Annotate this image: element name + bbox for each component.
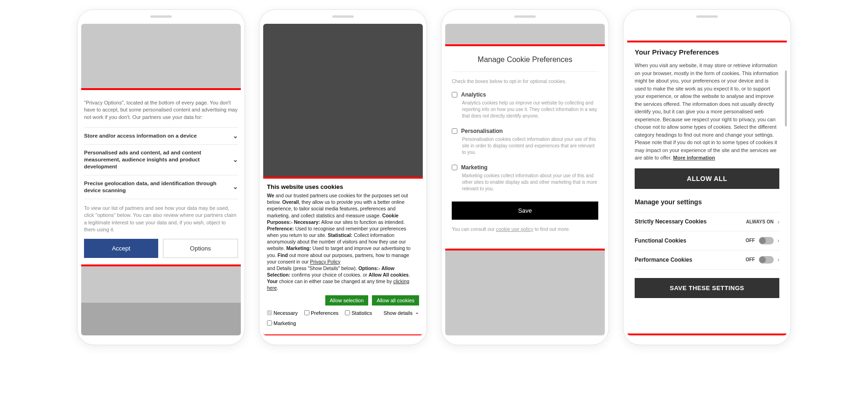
setting-state: ALWAYS ON [746, 219, 774, 224]
privacy-modal: Your Privacy Preferences When you visit … [627, 41, 787, 335]
more-info-link[interactable]: More information [673, 155, 715, 160]
screen-3: Manage Cookie Preferences Check the boxe… [445, 24, 605, 335]
modal-body: We and our trusted partners use cookies … [267, 192, 419, 292]
cookie-modal: This website uses cookies We and our tru… [263, 177, 423, 335]
intro-text: Check the boxes below to opt-in for opti… [452, 72, 598, 91]
phone-frame-2: This website uses cookies We and our tru… [259, 9, 427, 345]
speaker [696, 15, 718, 18]
accept-button[interactable]: Accept [84, 239, 158, 258]
row-label: Precise geolocation data, and identifica… [84, 180, 233, 194]
personalisation-label: Personalisation [461, 128, 503, 134]
setting-state: OFF [746, 238, 755, 243]
row-label: Store and/or access information on a dev… [84, 132, 233, 139]
bottom-bar [81, 303, 241, 335]
phone-frame-3: Manage Cookie Preferences Check the boxe… [441, 9, 609, 345]
save-button[interactable]: Save [452, 202, 598, 220]
chevron-down-icon: ⌄ [233, 156, 238, 163]
analytics-checkbox[interactable] [452, 92, 457, 97]
modal-title: Manage Cookie Preferences [452, 54, 598, 72]
expand-row[interactable]: Store and/or access information on a dev… [84, 128, 238, 145]
phone-frame-1: "Privacy Options", located at the bottom… [77, 9, 245, 345]
setting-row-functional[interactable]: Functional Cookies OFF › [635, 231, 779, 250]
analytics-desc: Analytics cookies help us improve our we… [452, 100, 598, 119]
footer-text: To view our list of partners and see how… [84, 199, 238, 239]
show-details-toggle[interactable]: Show details [384, 310, 419, 316]
screen-4: Your Privacy Preferences When you visit … [627, 24, 787, 335]
modal-title: Your Privacy Preferences [635, 48, 779, 56]
analytics-label: Analytics [461, 91, 486, 98]
cookie-modal: Manage Cookie Preferences Check the boxe… [445, 44, 605, 250]
chevron-right-icon: › [777, 256, 779, 263]
scrollbar[interactable] [785, 70, 787, 126]
chevron-down-icon: ⌄ [233, 132, 238, 139]
chevron-right-icon: › [777, 218, 779, 225]
speaker [332, 15, 354, 18]
save-settings-button[interactable]: SAVE THESE SETTINGS [635, 278, 779, 298]
setting-label: Performance Cookies [635, 257, 746, 263]
personalisation-checkbox[interactable] [452, 128, 457, 134]
intro-text: "Privacy Options", located at the bottom… [84, 97, 238, 128]
allow-all-button[interactable]: ALLOW ALL [635, 168, 779, 189]
cookie-modal: "Privacy Options", located at the bottom… [81, 88, 241, 266]
options-button[interactable]: Options [163, 239, 238, 258]
setting-label: Functional Cookies [635, 237, 746, 244]
chevron-right-icon: › [777, 237, 779, 244]
speaker [514, 15, 536, 18]
expand-row[interactable]: Precise geolocation data, and identifica… [84, 175, 238, 199]
privacy-policy-link[interactable]: Privacy Policy [310, 259, 340, 264]
modal-title: This website uses cookies [267, 183, 419, 190]
allow-selection-button[interactable]: Allow selection [325, 295, 369, 306]
chevron-down-icon: ⌄ [233, 183, 238, 190]
setting-state: OFF [746, 257, 755, 262]
cookie-policy-link[interactable]: cookie use policy [496, 226, 533, 232]
setting-label: Strictly Necessary Cookies [635, 218, 746, 225]
personalisation-desc: Personalisation cookies collect informat… [452, 136, 598, 156]
speaker [150, 15, 172, 18]
footer-text: You can consult our cookie use policy to… [452, 220, 598, 232]
toggle-switch[interactable] [759, 256, 774, 264]
expand-row[interactable]: Personalised ads and content, ad and con… [84, 145, 238, 175]
phone-frame-4: Your Privacy Preferences When you visit … [623, 9, 791, 345]
toggle-switch[interactable] [759, 237, 774, 244]
marketing-checkbox[interactable] [452, 165, 457, 170]
manage-heading: Manage your settings [635, 198, 779, 206]
setting-row-necessary[interactable]: Strictly Necessary Cookies ALWAYS ON › [635, 212, 779, 231]
marketing-checkbox[interactable]: Marketing [267, 320, 419, 326]
modal-body: When you visit any website, it may store… [635, 62, 779, 162]
screen-2: This website uses cookies We and our tru… [263, 24, 423, 335]
allow-all-button[interactable]: Allow all cookies [372, 295, 419, 306]
row-label: Personalised ads and content, ad and con… [84, 149, 233, 170]
marketing-label: Marketing [461, 164, 488, 171]
marketing-desc: Marketing cookies collect information ab… [452, 173, 598, 192]
statistics-checkbox[interactable]: Statistics [345, 310, 372, 316]
screen-1: "Privacy Options", located at the bottom… [81, 24, 241, 335]
phone-row: "Privacy Options", located at the bottom… [9, 9, 859, 345]
setting-row-performance[interactable]: Performance Cookies OFF › [635, 250, 779, 270]
preferences-checkbox[interactable]: Preferences [304, 310, 338, 316]
necessary-checkbox[interactable]: Necessary [267, 310, 298, 316]
